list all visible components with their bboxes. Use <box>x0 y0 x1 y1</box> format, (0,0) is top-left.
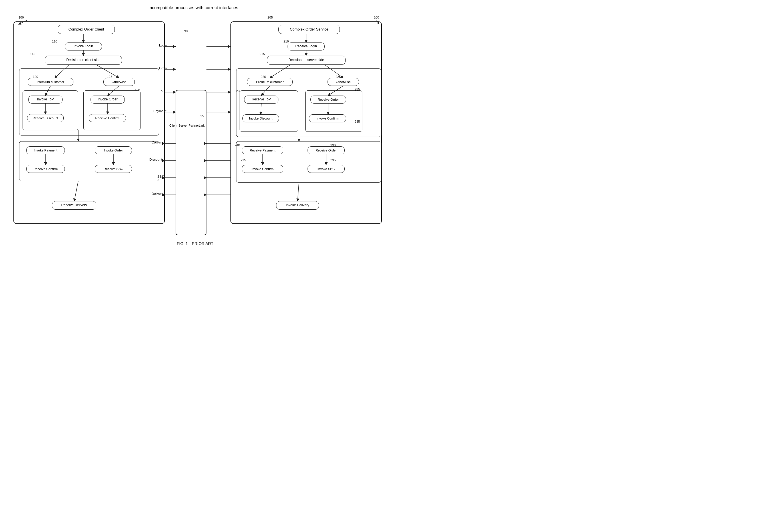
payment-label: Payment <box>153 109 166 113</box>
page-title: Incompatible processes with correct inte… <box>0 0 387 10</box>
num-215: 215 <box>260 52 265 56</box>
invoke-sbc-box: Invoke SBC <box>308 165 345 173</box>
partner-link-label: Client-Server PartnerLink <box>169 124 205 128</box>
complex-order-service-box: Complex Order Service <box>279 25 340 34</box>
invoke-discount-box: Invoke Discount <box>243 114 279 122</box>
invoke-confirm2-box: Invoke Confirm <box>242 165 283 173</box>
invoke-delivery-label: Invoke Delivery <box>286 203 309 208</box>
invoke-top-box: Invoke ToP <box>28 96 62 104</box>
partner-link-text: Client-Server PartnerLink <box>169 124 205 127</box>
receive-payment-box: Receive Payment <box>242 146 283 154</box>
receive-confirm1-box: Receive Confirm <box>89 114 126 122</box>
top-channel-label: ToP <box>159 89 165 93</box>
premium-customer-left-label: Premium customer <box>37 80 64 84</box>
confirm-label: Confirm <box>151 141 163 144</box>
receive-discount-box: Receive Discount <box>27 114 64 122</box>
invoke-payment-label: Invoke Payment <box>34 148 57 153</box>
complex-order-service-label: Complex Order Service <box>290 27 328 32</box>
diagram-area: 100 200 205 90 95 110 115 120 125 150 16… <box>8 13 379 235</box>
fig-sub: PRIOR ART <box>192 241 213 246</box>
decision-client-box: Decision on client side <box>45 56 122 65</box>
receive-order2-box: Receive Order <box>308 146 345 154</box>
otherwise-left-label: Otherwise <box>112 80 126 84</box>
order-channel-label: Order <box>159 66 167 70</box>
order-label: Order <box>159 66 167 70</box>
login-label: Login <box>159 44 167 47</box>
invoke-order2-box: Invoke Order <box>95 146 132 154</box>
decision-client-label: Decision on client side <box>66 58 100 62</box>
complex-order-client-box: Complex Order Client <box>58 25 115 34</box>
receive-delivery-box: Receive Delivery <box>52 201 96 210</box>
receive-sbc-box: Receive SBC <box>95 165 132 173</box>
num-115: 115 <box>30 52 35 56</box>
receive-delivery-label: Receive Delivery <box>61 203 87 208</box>
num-210: 210 <box>284 40 289 43</box>
premium-customer-right-label: Premium customer <box>256 80 284 84</box>
num-200: 200 <box>374 16 379 19</box>
payment-channel-label: Payment <box>153 109 166 113</box>
otherwise-right-box: Otherwise <box>328 78 359 86</box>
invoke-discount-label: Invoke Discount <box>249 116 273 121</box>
invoke-confirm1-label: Invoke Confirm <box>316 116 338 121</box>
invoke-order1-box: Invoke Order <box>90 96 125 104</box>
premium-customer-right-box: Premium customer <box>247 78 293 86</box>
receive-confirm2-label: Receive Confirm <box>33 167 58 171</box>
receive-order2-label: Receive Order <box>316 148 337 153</box>
invoke-confirm2-label: Invoke Confirm <box>252 167 274 171</box>
invoke-order1-label: Invoke Order <box>98 97 117 102</box>
discount-channel-label: Discount <box>149 158 162 161</box>
channel-box <box>175 90 207 235</box>
invoke-payment-box: Invoke Payment <box>26 146 65 154</box>
num-90: 90 <box>184 29 187 33</box>
fig-number: FIG. 1 <box>177 241 188 246</box>
receive-payment-label: Receive Payment <box>250 148 275 153</box>
receive-order1-label: Receive Order <box>318 98 339 102</box>
receive-confirm2-box: Receive Confirm <box>26 165 65 173</box>
receive-confirm1-label: Receive Confirm <box>95 116 120 120</box>
delivery-label: Delivery <box>151 192 163 195</box>
sbc-channel-label: SBC <box>157 175 164 178</box>
invoke-confirm1-box: Invoke Confirm <box>309 114 346 122</box>
discount-label: Discount <box>149 158 162 161</box>
delivery-channel-label: Delivery <box>151 192 163 195</box>
receive-login-box: Receive Login <box>288 43 325 50</box>
receive-top-label: Receive ToP <box>252 97 271 102</box>
decision-server-box: Decision on server side <box>267 56 346 65</box>
receive-top-box: Receive ToP <box>244 96 279 104</box>
num-95: 95 <box>201 114 204 118</box>
invoke-order2-label: Invoke Order <box>104 148 123 153</box>
fig-label: FIG. 1PRIOR ART <box>0 240 387 246</box>
invoke-top-label: Invoke ToP <box>37 97 54 102</box>
receive-order1-box: Receive Order <box>310 96 346 104</box>
invoke-login-box: Invoke Login <box>65 43 102 50</box>
invoke-delivery-box: Invoke Delivery <box>276 201 319 210</box>
complex-order-client-label: Complex Order Client <box>68 27 104 32</box>
premium-customer-left-box: Premium customer <box>28 78 73 86</box>
decision-server-label: Decision on server side <box>288 58 324 62</box>
receive-sbc-label: Receive SBC <box>104 167 123 171</box>
top-label: ToP <box>159 89 165 93</box>
num-100: 100 <box>19 16 24 19</box>
invoke-sbc-label: Invoke SBC <box>318 167 335 171</box>
otherwise-left-box: Otherwise <box>103 78 135 86</box>
receive-login-label: Receive Login <box>295 44 317 49</box>
receive-discount-label: Receive Discount <box>33 116 58 120</box>
num-205: 205 <box>268 16 273 19</box>
confirm-channel-label: Confirm <box>151 141 163 144</box>
otherwise-right-label: Otherwise <box>336 80 351 84</box>
invoke-login-label: Invoke Login <box>74 44 93 49</box>
login-channel-label: Login <box>159 44 167 47</box>
sbc-label: SBC <box>157 175 164 178</box>
num-110: 110 <box>52 40 57 43</box>
